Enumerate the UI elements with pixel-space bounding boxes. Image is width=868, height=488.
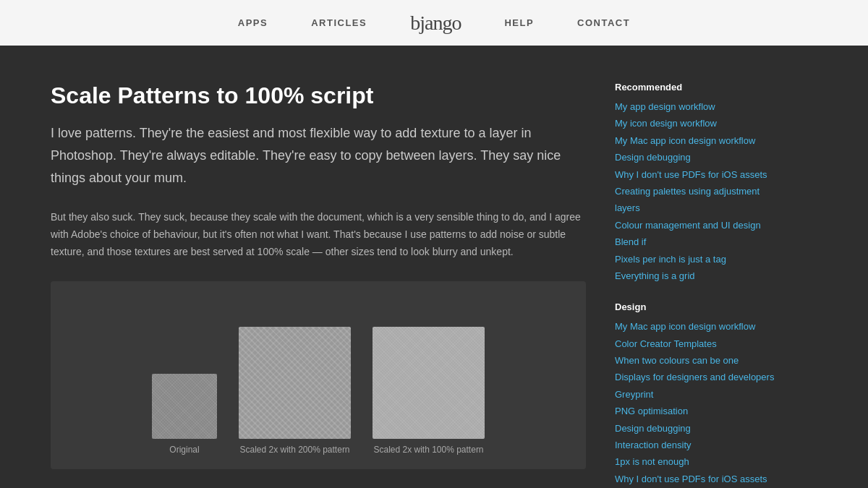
nav-contact[interactable]: CONTACT: [577, 17, 630, 28]
sidebar-design-link[interactable]: Color Creator Templates: [615, 335, 781, 352]
sidebar-recommended-link[interactable]: Blend if: [615, 234, 781, 250]
sidebar-recommended-section: Recommended My app design workflowMy ico…: [615, 82, 781, 284]
main-nav: APPS ARTICLES bjango HELP CONTACT: [238, 12, 630, 35]
main-content: Scale Patterns to 100% script I love pat…: [36, 46, 832, 488]
sidebar-recommended-link[interactable]: Colour management and UI design: [615, 217, 781, 234]
pattern-100: Scaled 2x with 100% pattern: [373, 327, 485, 455]
image-demo-container: Original Scaled 2x with 200% pattern Sca…: [51, 281, 586, 469]
sidebar-recommended-link[interactable]: Creating palettes using adjustment layer…: [615, 183, 781, 217]
sidebar: Recommended My app design workflowMy ico…: [615, 82, 781, 488]
sidebar-recommended-link[interactable]: Design debugging: [615, 149, 781, 166]
nav-help[interactable]: HELP: [504, 17, 534, 28]
sidebar-recommended-link[interactable]: Why I don't use PDFs for iOS assets: [615, 166, 781, 183]
sidebar-recommended-heading: Recommended: [615, 82, 781, 93]
article-content: Scale Patterns to 100% script I love pat…: [51, 82, 586, 488]
sidebar-recommended-link[interactable]: My Mac app icon design workflow: [615, 132, 781, 149]
pattern-image-small: [152, 374, 217, 439]
logo[interactable]: bjango: [410, 12, 461, 35]
body-paragraph: But they also suck. They suck, because t…: [51, 209, 586, 260]
sidebar-design-heading: Design: [615, 301, 781, 312]
sidebar-design-link[interactable]: 1px is not enough: [615, 453, 781, 470]
nav-apps[interactable]: APPS: [238, 17, 268, 28]
pattern-image-medium: [239, 327, 351, 439]
nav-articles[interactable]: ARTICLES: [311, 17, 367, 28]
page-title: Scale Patterns to 100% script: [51, 82, 586, 109]
sidebar-recommended-link[interactable]: My icon design workflow: [615, 115, 781, 132]
sidebar-design-section: Design My Mac app icon design workflowCo…: [615, 301, 781, 488]
pattern-200: Scaled 2x with 200% pattern: [239, 327, 351, 455]
sidebar-recommended-links: My app design workflowMy icon design wor…: [615, 98, 781, 284]
sidebar-recommended-link[interactable]: My app design workflow: [615, 98, 781, 115]
sidebar-design-link[interactable]: Interaction density: [615, 437, 781, 453]
sidebar-design-link[interactable]: My Mac app icon design workflow: [615, 318, 781, 335]
sidebar-design-link[interactable]: Displays for designers and developers: [615, 369, 781, 385]
sidebar-design-links: My Mac app icon design workflowColor Cre…: [615, 318, 781, 488]
header: APPS ARTICLES bjango HELP CONTACT: [0, 0, 868, 46]
pattern-label-100: Scaled 2x with 100% pattern: [373, 445, 483, 455]
intro-paragraph: I love patterns. They're the easiest and…: [51, 122, 586, 189]
sidebar-design-link[interactable]: PNG optimisation: [615, 403, 781, 419]
sidebar-design-link[interactable]: When two colours can be one: [615, 352, 781, 369]
pattern-original: Original: [152, 374, 217, 455]
pattern-label-200: Scaled 2x with 200% pattern: [239, 445, 349, 455]
pattern-image-large: [373, 327, 485, 439]
sidebar-design-link[interactable]: Why I don't use PDFs for iOS assets: [615, 471, 781, 487]
sidebar-design-link[interactable]: Design debugging: [615, 420, 781, 437]
pattern-label-original: Original: [169, 445, 199, 455]
sidebar-design-link[interactable]: Greyprint: [615, 386, 781, 403]
sidebar-recommended-link[interactable]: Everything is a grid: [615, 267, 781, 284]
sidebar-recommended-link[interactable]: Pixels per inch is just a tag: [615, 251, 781, 267]
